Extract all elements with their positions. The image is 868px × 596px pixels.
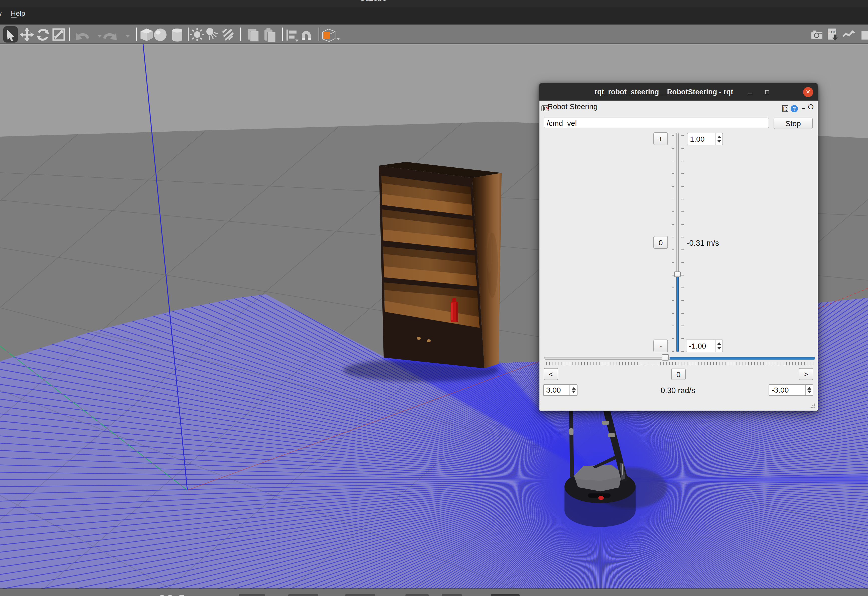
svg-text:LOG: LOG — [828, 30, 837, 34]
